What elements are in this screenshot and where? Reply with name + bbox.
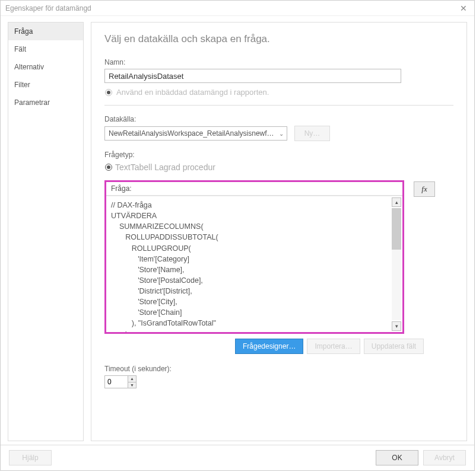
sidebar-item-label: Fält (14, 45, 26, 53)
query-label: Fråga: (106, 182, 402, 196)
dialog-title: Egenskaper för datamängd (5, 4, 91, 12)
datasource-selected-value: NewRetailAnalysisWorkspace_RetailAnalysi… (104, 126, 287, 141)
main-panel: Välj en datakälla och skapa en fråga. Na… (91, 22, 467, 441)
scrollbar-thumb[interactable] (392, 208, 401, 250)
chevron-up-icon: ▴ (395, 199, 398, 205)
dialog-footer: Hjälp OK Avbryt (1, 445, 474, 470)
new-datasource-button[interactable]: Ny… (294, 126, 330, 141)
datasource-label: Datakälla: (104, 115, 453, 123)
querytype-options-text: TextTabell Lagrad procedur (115, 162, 215, 172)
sidebar-item-parameters[interactable]: Parametrar (8, 94, 83, 111)
name-input[interactable] (104, 69, 401, 83)
import-button[interactable]: Importera… (307, 339, 360, 354)
sidebar-item-options[interactable]: Alternativ (8, 58, 83, 76)
expression-fx-button[interactable]: fx (414, 181, 435, 197)
spinner-down-button[interactable]: ▼ (128, 382, 136, 388)
sidebar-item-label: Alternativ (14, 63, 44, 71)
query-text-content: // DAX-fråga UTVÄRDERA SUMMARIZECOLUMNS(… (106, 196, 402, 332)
sidebar-item-label: Filter (14, 81, 30, 89)
chevron-down-icon: ▾ (395, 323, 398, 329)
cancel-button[interactable]: Avbryt (423, 450, 466, 465)
instruction-text: Välj en datakälla och skapa en fråga. (104, 33, 453, 45)
query-highlight-box: Fråga: // DAX-fråga UTVÄRDERA SUMMARIZEC… (104, 180, 404, 334)
timeout-spinner[interactable]: ▲ ▼ (104, 375, 137, 388)
radio-icon[interactable] (104, 88, 113, 97)
close-icon: ✕ (460, 4, 467, 13)
embedded-dataset-label: Använd en inbäddad datamängd i rapporten… (116, 88, 269, 97)
close-button[interactable]: ✕ (458, 2, 469, 14)
chevron-down-icon: ▼ (130, 383, 134, 387)
sidebar: Fråga Fält Alternativ Filter Parametrar (8, 22, 84, 441)
ok-button[interactable]: OK (376, 450, 418, 465)
sidebar-item-fields[interactable]: Fält (8, 40, 83, 58)
fx-icon: fx (421, 184, 427, 194)
query-textarea[interactable]: // DAX-fråga UTVÄRDERA SUMMARIZECOLUMNS(… (106, 196, 402, 332)
dataset-properties-dialog: Egenskaper för datamängd ✕ Fråga Fält Al… (0, 0, 475, 471)
refresh-fields-button[interactable]: Uppdatera fält (364, 339, 424, 354)
query-actions-row: Frågedesigner… Importera… Uppdatera fält (235, 339, 453, 354)
titlebar: Egenskaper för datamängd ✕ (1, 1, 474, 16)
query-designer-button[interactable]: Frågedesigner… (235, 339, 303, 354)
timeout-label: Timeout (i sekunder): (104, 365, 453, 373)
sidebar-item-label: Fråga (14, 27, 33, 36)
sidebar-item-filter[interactable]: Filter (8, 76, 83, 94)
sidebar-item-query[interactable]: Fråga (8, 23, 83, 40)
radio-icon[interactable] (104, 163, 113, 171)
sidebar-item-label: Parametrar (14, 98, 50, 107)
embedded-dataset-option: Använd en inbäddad datamängd i rapporten… (104, 88, 453, 106)
chevron-up-icon: ▲ (130, 377, 134, 381)
querytype-label: Frågetyp: (104, 151, 453, 159)
help-button[interactable]: Hjälp (9, 450, 52, 465)
scroll-down-button[interactable]: ▾ (392, 321, 401, 331)
name-label: Namn: (104, 58, 453, 66)
spinner-up-button[interactable]: ▲ (128, 376, 136, 382)
datasource-select[interactable]: NewRetailAnalysisWorkspace_RetailAnalysi… (104, 126, 287, 141)
scroll-up-button[interactable]: ▴ (392, 197, 401, 207)
querytype-radio-group: TextTabell Lagrad procedur (104, 162, 453, 172)
dialog-body: Fråga Fält Alternativ Filter Parametrar … (1, 16, 474, 445)
